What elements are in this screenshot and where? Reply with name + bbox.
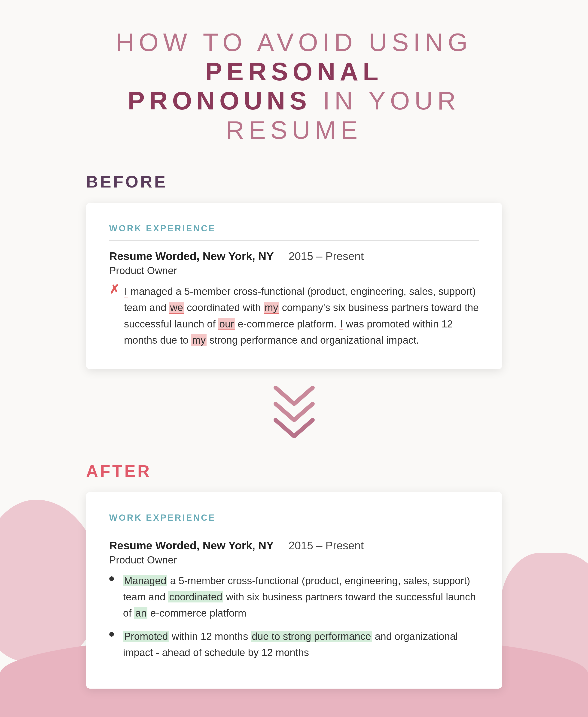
before-bullet-text: I managed a 5-member cross-functional (p…	[124, 283, 479, 348]
before-company: Resume Worded, New York, NY	[109, 250, 274, 262]
before-work-experience-label: WORK EXPERIENCE	[109, 223, 479, 241]
before-dates: 2015 – Present	[289, 250, 364, 262]
an-highlight: an	[134, 607, 147, 618]
pronoun-we: we	[169, 302, 184, 313]
pronoun-our: our	[218, 318, 235, 330]
arrows-container	[86, 383, 502, 448]
after-bullet-text-2: Promoted within 12 months due to strong …	[123, 628, 479, 661]
chevron-arrows-icon	[271, 383, 317, 448]
after-label: AFTER	[86, 462, 502, 481]
before-label: BEFORE	[86, 172, 502, 191]
bullet-dot-1	[109, 577, 114, 581]
bullet-dot-2	[109, 632, 114, 637]
title-regular-1: HOW TO AVOID USING	[116, 28, 472, 56]
pronoun-i-1: I	[124, 286, 128, 298]
promoted-highlight: Promoted	[123, 631, 169, 642]
before-job-header: Resume Worded, New York, NY 2015 – Prese…	[109, 250, 479, 263]
logo-section: RESUME WORDED	[0, 702, 588, 717]
after-company: Resume Worded, New York, NY	[109, 539, 274, 552]
before-job-title: Product Owner	[109, 265, 479, 277]
before-bullet-item: ✗ I managed a 5-member cross-functional …	[109, 283, 479, 348]
after-bullet-item-1: Managed a 5-member cross-functional (pro…	[109, 573, 479, 622]
after-bullet-text-1: Managed a 5-member cross-functional (pro…	[123, 573, 479, 622]
title-line1: HOW TO AVOID USING PERSONAL	[86, 28, 502, 86]
main-content: HOW TO AVOID USING PERSONAL PRONOUNS IN …	[40, 0, 548, 689]
after-work-experience-label: WORK EXPERIENCE	[109, 513, 479, 530]
coordinated-highlight: coordinated	[168, 591, 223, 603]
title-bold-personal: PERSONAL	[205, 57, 383, 86]
after-job-title: Product Owner	[109, 554, 479, 566]
title-line2: PRONOUNS IN YOUR RESUME	[86, 86, 502, 145]
after-resume-card: WORK EXPERIENCE Resume Worded, New York,…	[86, 492, 502, 689]
after-bullet-item-2: Promoted within 12 months due to strong …	[109, 628, 479, 661]
managed-highlight: Managed	[123, 575, 167, 586]
pronoun-my-1: my	[264, 302, 279, 313]
error-x-icon: ✗	[109, 282, 120, 296]
page-wrapper: HOW TO AVOID USING PERSONAL PRONOUNS IN …	[0, 0, 588, 717]
after-bullet-list: Managed a 5-member cross-functional (pro…	[109, 573, 479, 661]
title-bold-pronouns: PRONOUNS	[128, 86, 311, 115]
before-resume-card: WORK EXPERIENCE Resume Worded, New York,…	[86, 203, 502, 369]
pronoun-my-2: my	[191, 334, 207, 346]
pronoun-i-2: I	[339, 318, 343, 330]
after-dates: 2015 – Present	[289, 539, 364, 552]
after-job-header: Resume Worded, New York, NY 2015 – Prese…	[109, 539, 479, 552]
due-to-highlight: due to strong performance	[251, 631, 372, 642]
main-title: HOW TO AVOID USING PERSONAL PRONOUNS IN …	[86, 28, 502, 145]
